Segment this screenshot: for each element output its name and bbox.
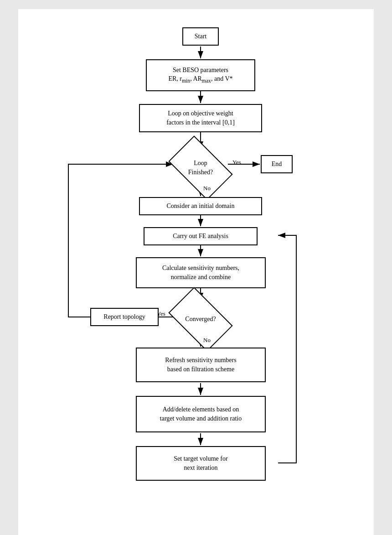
loop-obj-box: Loop on objective weight factors in the …	[139, 104, 262, 132]
start-box: Start	[182, 27, 219, 46]
no-label-2: No	[203, 337, 211, 344]
report-topology-box: Report topology	[90, 308, 159, 326]
initial-domain-box: Consider an initial domain	[139, 197, 262, 215]
end-box: End	[261, 155, 293, 173]
converged-diamond: Converged?	[173, 301, 228, 338]
loop-finished-diamond: Loop Finished?	[173, 150, 228, 186]
yes-label-1: Yes	[232, 159, 241, 166]
beso-params-box: Set BESO parameters ER, rmin, ARmax, and…	[146, 59, 255, 91]
no-label-1: No	[203, 185, 211, 192]
add-delete-box: Add/delete elements based on target volu…	[136, 396, 266, 432]
refresh-sensitivity-box: Refresh sensitivity numbers based on fil…	[136, 348, 266, 382]
set-target-box: Set target volume for next iteration	[136, 446, 266, 481]
flowchart: Start Set BESO parameters ER, rmin, ARma…	[23, 18, 369, 529]
fe-analysis-box: Carry out FE analysis	[144, 227, 258, 245]
sensitivity-box: Calculate sensitivity numbers, normalize…	[136, 257, 266, 288]
flowchart-container: Start Set BESO parameters ER, rmin, ARma…	[18, 9, 374, 535]
